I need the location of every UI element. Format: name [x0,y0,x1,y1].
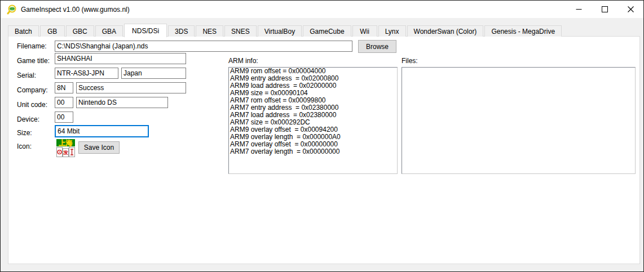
unit-code-input[interactable] [55,97,73,108]
maximize-icon [602,6,608,12]
icon-label: Icon: [17,142,32,150]
close-icon [628,6,634,12]
browse-button[interactable]: Browse [358,40,396,53]
app-icon [7,5,17,15]
game-title-label: Game title: [17,57,50,65]
tab-batch[interactable]: Batch [8,25,39,37]
console-tabstrip: Batch GB GBC GBA NDS/DSi 3DS NES SNES Vi… [8,24,563,37]
tab-wii[interactable]: Wii [352,25,377,37]
unit-code-name-input[interactable] [76,97,168,108]
serial-label: Serial: [17,72,36,79]
minimize-icon [576,6,582,12]
tab-gbc[interactable]: GBC [66,25,94,37]
arm-info-label: ARM info: [228,57,258,65]
device-label: Device: [17,115,39,123]
maximize-button[interactable] [592,1,617,18]
filename-input[interactable] [55,41,352,52]
tab-nes[interactable]: NES [196,25,223,37]
size-label: Size: [17,129,32,137]
company-name-input[interactable] [76,82,186,93]
tab-gba[interactable]: GBA [95,25,123,37]
serial-code-input[interactable] [55,68,118,79]
size-input[interactable] [55,125,149,137]
tab-3ds[interactable]: 3DS [168,25,195,37]
tab-lynx[interactable]: Lynx [378,25,406,37]
close-button[interactable] [617,1,643,18]
svg-text:上海: 上海 [59,139,73,147]
titlebar: GameInspect v1.00 (www.gumos.nl) [1,1,643,18]
svg-text:发: 发 [63,150,68,155]
minimize-button[interactable] [566,1,592,18]
filename-label: Filename: [17,42,47,50]
save-icon-button[interactable]: Save Icon [78,141,120,154]
tab-genesis-megadrive[interactable]: Genesis - MegaDrive [484,25,562,37]
game-title-input[interactable] [55,53,186,64]
tab-wonderswan-color[interactable]: WonderSwan (Color) [407,25,484,37]
shanghai-game-icon: 上海 发 [56,139,75,158]
device-input[interactable] [55,112,73,123]
app-window: GameInspect v1.00 (www.gumos.nl) Batch G… [0,0,644,272]
window-title: GameInspect v1.00 (www.gumos.nl) [21,6,130,14]
arm-info-listbox[interactable]: ARM9 rom offset = 0x00004000 ARM9 entry … [228,67,398,174]
serial-region-input[interactable] [121,68,186,79]
arm-info-line: ARM7 overlay length = 0x00000000 [229,148,397,155]
company-code-input[interactable] [55,82,73,93]
files-listbox[interactable] [402,67,636,174]
tab-snes[interactable]: SNES [224,25,257,37]
files-label: Files: [402,57,418,65]
tab-gb[interactable]: GB [40,25,65,37]
tab-gamecube[interactable]: GameCube [303,25,351,37]
company-label: Company: [17,86,48,94]
tab-virtualboy[interactable]: VirtualBoy [258,25,302,37]
nds-dsi-tabpage: Filename: Browse Game title: Serial: Com… [8,36,640,264]
unit-code-label: Unit code: [17,101,47,109]
tab-nds-dsi[interactable]: NDS/DSi [124,24,167,37]
